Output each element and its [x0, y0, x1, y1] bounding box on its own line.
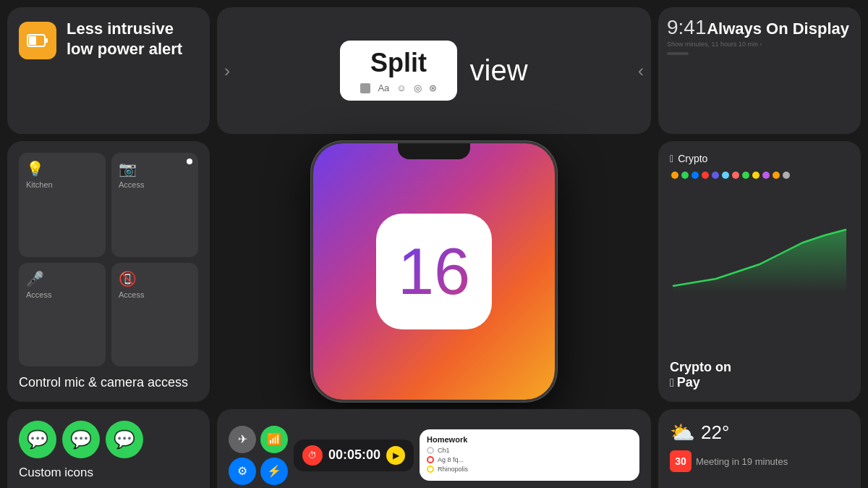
hw-text-1: Ag 8 fq... [438, 456, 464, 463]
svg-rect-1 [45, 38, 48, 43]
ios16-logo: 16 [376, 214, 492, 329]
split-icon-aa: Aa [378, 83, 389, 93]
mic-camera-card: 💡 Kitchen 📷 Access 🎤 Access 📵 Access Con… [7, 141, 210, 402]
signal-widget[interactable]: 📶 [260, 426, 288, 453]
clock-battery-bar [667, 52, 689, 55]
svg-rect-2 [29, 36, 36, 45]
crypto-dot-6 [732, 172, 739, 179]
battery-icon [19, 22, 56, 59]
icons-row: 💬 💬 💬 [19, 421, 143, 458]
crypto-card:  Crypto [658, 141, 861, 402]
mic-item-mic: 🎤 Access [19, 263, 106, 367]
split-icons: Aa ☺ ◎ ⊛ [360, 83, 436, 93]
crypto-title-line1: Crypto on [670, 360, 731, 374]
custom-icons-label: Custom icons [19, 466, 93, 480]
hw-circle-0 [427, 447, 434, 454]
mic-item-icon-0: 💡 [26, 160, 98, 177]
split-icon-target: ◎ [414, 83, 422, 93]
mic-item-icon-3: 📵 [119, 270, 191, 287]
messages-icon-0: 💬 [19, 421, 56, 458]
mic-item-kitchen: 💡 Kitchen [19, 153, 106, 257]
crypto-dot-7 [742, 172, 749, 179]
crypto-dot-0 [671, 172, 678, 179]
crypto-line-svg [670, 228, 849, 293]
smart-date-row: 30 Meeting in 19 minutes [670, 450, 849, 472]
split-box: Split Aa ☺ ◎ ⊛ [340, 41, 456, 101]
smart-context-header: ⛅ 22° [670, 421, 849, 445]
hw-text-2: Rhinopolis [438, 466, 468, 473]
weather-icon: ⛅ [670, 421, 695, 445]
crypto-dot-5 [722, 172, 729, 179]
battery-svg [26, 29, 49, 52]
crypto-header:  Crypto [670, 153, 849, 164]
timer-widget: ⏱ 00:05:00 ▶ [294, 439, 414, 471]
apple-pay-row:  Pay [670, 375, 849, 390]
timer-play-button[interactable]: ▶ [386, 446, 405, 465]
phone-wrapper: 16 [311, 141, 557, 402]
mic-camera-title: Control mic & camera access [19, 375, 198, 390]
hw-item-1: Ag 8 fq... [427, 456, 632, 463]
crypto-dot-4 [712, 172, 719, 179]
center-phone-card: 16 [217, 141, 651, 402]
mic-item-camera: 📷 Access [111, 153, 198, 257]
ios16-number: 16 [398, 239, 470, 304]
crypto-dot-3 [702, 172, 709, 179]
crypto-on-apple-pay: Crypto on  Pay [670, 360, 849, 390]
timer-value: 00:05:00 [328, 447, 380, 463]
airplane-mode-widget[interactable]: ✈ [229, 426, 256, 453]
split-view-content: Split Aa ☺ ◎ ⊛ view [340, 41, 527, 101]
mic-item-icon-1: 📷 [119, 160, 191, 177]
mic-item-icon-2: 🎤 [26, 270, 98, 287]
chevron-right-icon[interactable]: ‹ [638, 61, 644, 81]
crypto-dot-9 [762, 172, 770, 179]
phone-notch [398, 143, 470, 159]
pay-label: Pay [677, 375, 700, 390]
phone-screen: 16 [313, 143, 555, 400]
interactive-widgets-card: ✈ 📶 ⚙ ⚡ ⏱ 00:05:00 ▶ Homework Ch1 Ag 8 f… [217, 409, 651, 488]
hw-item-2: Rhinopolis [427, 466, 632, 473]
messages-icon-2: 💬 [106, 421, 143, 458]
wifi-widget[interactable]: ⚙ [229, 458, 256, 485]
calendar-number: 30 [675, 455, 686, 467]
apple-logo-icon:  [670, 153, 673, 164]
homework-title: Homework [427, 435, 632, 444]
split-icon-smiley: ☺ [396, 83, 406, 93]
mic-item-label-0: Kitchen [26, 180, 98, 189]
low-power-card: Less intrusive low power alert [7, 7, 210, 134]
crypto-dot-2 [692, 172, 699, 179]
hw-item-0: Ch1 [427, 447, 632, 454]
homework-widget: Homework Ch1 Ag 8 fq... Rhinopolis [420, 429, 639, 481]
split-icon-grid [360, 83, 370, 93]
hw-text-0: Ch1 [438, 447, 450, 454]
custom-icons-card: 💬 💬 💬 Custom icons [7, 409, 210, 488]
clock-sub: Show minutes, 11 hours 10 min › [667, 41, 762, 49]
widget-circles-grid: ✈ 📶 ⚙ ⚡ [229, 426, 288, 485]
low-power-text: Less intrusive low power alert [67, 19, 198, 59]
mic-item-label-3: Access [119, 290, 191, 299]
apple-logo-pay-icon:  [670, 376, 674, 390]
smart-context-card: ⛅ 22° 30 Meeting in 19 minutes Smart Con… [658, 409, 861, 488]
split-label: Split [370, 48, 427, 78]
crypto-dot-1 [681, 172, 689, 179]
crypto-dots-container [670, 170, 849, 228]
chevron-left-icon[interactable]: › [224, 61, 230, 81]
crypto-title: Crypto [678, 153, 707, 164]
mic-camera-grid: 💡 Kitchen 📷 Access 🎤 Access 📵 Access [19, 153, 198, 366]
clock-time: 9:41 [667, 16, 762, 39]
crypto-dot-10 [773, 172, 780, 179]
crypto-dot-8 [752, 172, 760, 179]
phone-frame: 16 [311, 141, 557, 402]
always-on-card: 9:41 Show minutes, 11 hours 10 min › Alw… [658, 7, 861, 134]
mic-item-label-2: Access [26, 290, 98, 299]
bluetooth-widget[interactable]: ⚡ [260, 458, 288, 485]
messages-icon-1: 💬 [62, 421, 100, 458]
widgets-top-row: ✈ 📶 ⚙ ⚡ ⏱ 00:05:00 ▶ Homework Ch1 Ag 8 f… [229, 421, 639, 488]
mic-item-block: 📵 Access [111, 263, 198, 367]
clock-display: 9:41 Show minutes, 11 hours 10 min › [667, 16, 762, 55]
calendar-icon: 30 [670, 450, 692, 472]
split-icon-person: ⊛ [429, 83, 437, 93]
view-label: view [470, 54, 528, 87]
split-view-card: › Split Aa ☺ ◎ ⊛ view ‹ [217, 7, 651, 134]
mic-dot [187, 159, 192, 164]
crypto-chart-area [670, 170, 849, 354]
